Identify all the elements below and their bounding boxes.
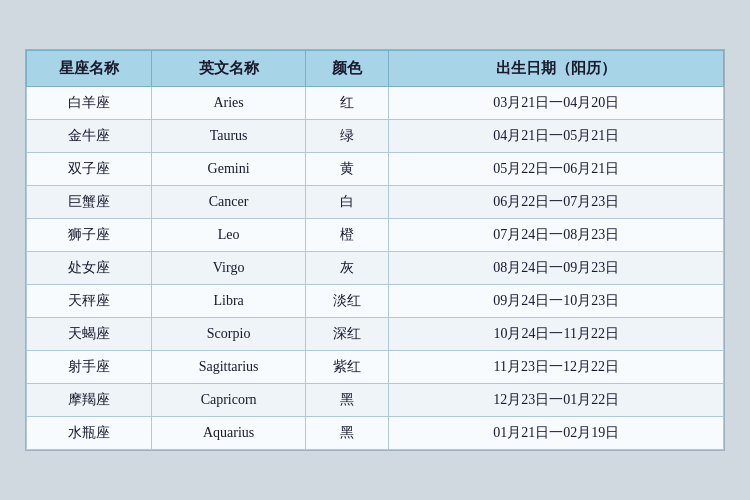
cell-color: 橙 <box>305 219 389 252</box>
cell-color: 灰 <box>305 252 389 285</box>
table-row: 天蝎座Scorpio深红10月24日一11月22日 <box>27 318 724 351</box>
table-row: 天秤座Libra淡红09月24日一10月23日 <box>27 285 724 318</box>
cell-color: 淡红 <box>305 285 389 318</box>
header-birth-date: 出生日期（阳历） <box>389 51 724 87</box>
cell-dates: 01月21日一02月19日 <box>389 417 724 450</box>
cell-english-name: Libra <box>152 285 305 318</box>
cell-english-name: Sagittarius <box>152 351 305 384</box>
header-english-name: 英文名称 <box>152 51 305 87</box>
cell-english-name: Aries <box>152 87 305 120</box>
table-row: 射手座Sagittarius紫红11月23日一12月22日 <box>27 351 724 384</box>
cell-chinese-name: 天秤座 <box>27 285 152 318</box>
cell-dates: 03月21日一04月20日 <box>389 87 724 120</box>
cell-color: 白 <box>305 186 389 219</box>
cell-english-name: Taurus <box>152 120 305 153</box>
cell-dates: 06月22日一07月23日 <box>389 186 724 219</box>
cell-chinese-name: 天蝎座 <box>27 318 152 351</box>
cell-dates: 05月22日一06月21日 <box>389 153 724 186</box>
cell-chinese-name: 处女座 <box>27 252 152 285</box>
table-row: 双子座Gemini黄05月22日一06月21日 <box>27 153 724 186</box>
table-row: 狮子座Leo橙07月24日一08月23日 <box>27 219 724 252</box>
cell-chinese-name: 射手座 <box>27 351 152 384</box>
cell-chinese-name: 水瓶座 <box>27 417 152 450</box>
cell-dates: 10月24日一11月22日 <box>389 318 724 351</box>
cell-dates: 04月21日一05月21日 <box>389 120 724 153</box>
zodiac-table: 星座名称 英文名称 颜色 出生日期（阳历） 白羊座Aries红03月21日一04… <box>26 50 724 450</box>
table-row: 白羊座Aries红03月21日一04月20日 <box>27 87 724 120</box>
table-body: 白羊座Aries红03月21日一04月20日金牛座Taurus绿04月21日一0… <box>27 87 724 450</box>
cell-dates: 11月23日一12月22日 <box>389 351 724 384</box>
cell-dates: 12月23日一01月22日 <box>389 384 724 417</box>
cell-color: 黑 <box>305 417 389 450</box>
cell-chinese-name: 金牛座 <box>27 120 152 153</box>
cell-color: 黄 <box>305 153 389 186</box>
cell-english-name: Gemini <box>152 153 305 186</box>
table-header-row: 星座名称 英文名称 颜色 出生日期（阳历） <box>27 51 724 87</box>
cell-chinese-name: 巨蟹座 <box>27 186 152 219</box>
header-color: 颜色 <box>305 51 389 87</box>
cell-dates: 08月24日一09月23日 <box>389 252 724 285</box>
cell-color: 黑 <box>305 384 389 417</box>
cell-color: 深红 <box>305 318 389 351</box>
cell-chinese-name: 狮子座 <box>27 219 152 252</box>
table-row: 处女座Virgo灰08月24日一09月23日 <box>27 252 724 285</box>
cell-color: 红 <box>305 87 389 120</box>
table-row: 巨蟹座Cancer白06月22日一07月23日 <box>27 186 724 219</box>
cell-dates: 07月24日一08月23日 <box>389 219 724 252</box>
table-row: 水瓶座Aquarius黑01月21日一02月19日 <box>27 417 724 450</box>
cell-english-name: Scorpio <box>152 318 305 351</box>
cell-color: 紫红 <box>305 351 389 384</box>
cell-english-name: Virgo <box>152 252 305 285</box>
zodiac-table-container: 星座名称 英文名称 颜色 出生日期（阳历） 白羊座Aries红03月21日一04… <box>25 49 725 451</box>
cell-chinese-name: 双子座 <box>27 153 152 186</box>
cell-english-name: Leo <box>152 219 305 252</box>
cell-chinese-name: 摩羯座 <box>27 384 152 417</box>
header-chinese-name: 星座名称 <box>27 51 152 87</box>
cell-english-name: Capricorn <box>152 384 305 417</box>
cell-chinese-name: 白羊座 <box>27 87 152 120</box>
cell-dates: 09月24日一10月23日 <box>389 285 724 318</box>
table-row: 金牛座Taurus绿04月21日一05月21日 <box>27 120 724 153</box>
cell-english-name: Aquarius <box>152 417 305 450</box>
table-row: 摩羯座Capricorn黑12月23日一01月22日 <box>27 384 724 417</box>
cell-color: 绿 <box>305 120 389 153</box>
cell-english-name: Cancer <box>152 186 305 219</box>
